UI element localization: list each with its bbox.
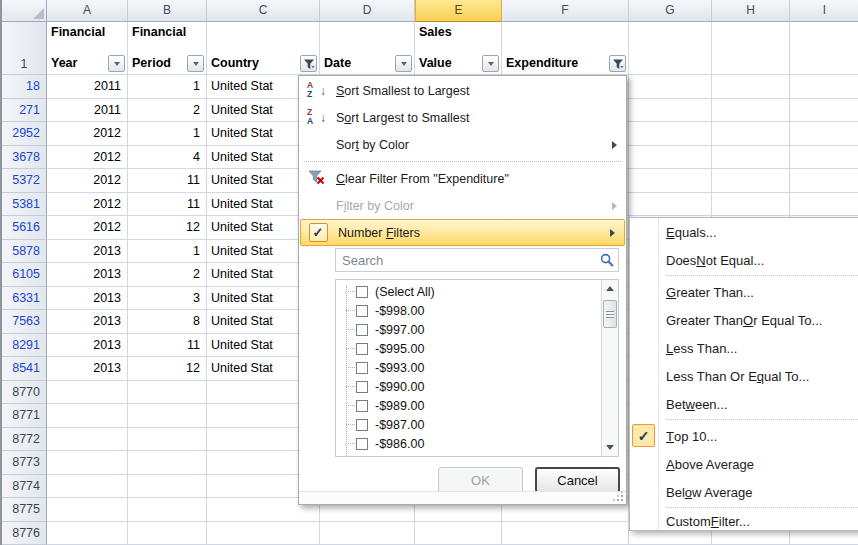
- column-header-E[interactable]: E: [415, 0, 502, 22]
- cell-G271[interactable]: [629, 99, 712, 123]
- value-item[interactable]: -$993.00: [336, 358, 600, 377]
- cell-B8774[interactable]: [128, 475, 207, 499]
- cell-B271[interactable]: 2: [128, 99, 207, 123]
- resize-grip-icon[interactable]: [611, 489, 623, 501]
- filter-button-C[interactable]: [300, 55, 317, 72]
- cell-G5372[interactable]: [629, 169, 712, 193]
- cell-A5616[interactable]: 2012: [47, 216, 128, 240]
- filter-button-D[interactable]: [395, 55, 412, 72]
- column-header-I[interactable]: I: [790, 0, 858, 22]
- cell-B5381[interactable]: 11: [128, 193, 207, 217]
- row-header-8771[interactable]: 8771: [2, 404, 47, 428]
- column-header-F[interactable]: F: [502, 0, 629, 22]
- cell-A3678[interactable]: 2012: [47, 146, 128, 170]
- row-header-8291[interactable]: 8291: [2, 334, 47, 358]
- cell-A7563[interactable]: 2013: [47, 310, 128, 334]
- cell-B5616[interactable]: 12: [128, 216, 207, 240]
- cell-H3678[interactable]: [712, 146, 790, 170]
- header-cell-B[interactable]: FinancialPeriod: [128, 22, 207, 75]
- cell-H5381[interactable]: [712, 193, 790, 217]
- cell-I5381[interactable]: [790, 193, 858, 217]
- row-header-5616[interactable]: 5616: [2, 216, 47, 240]
- row-header-2952[interactable]: 2952: [2, 122, 47, 146]
- cell-D8776[interactable]: [320, 522, 415, 545]
- cell-A5878[interactable]: 2013: [47, 240, 128, 264]
- row-header-6331[interactable]: 6331: [2, 287, 47, 311]
- column-header-G[interactable]: G: [629, 0, 712, 22]
- row-header-5372[interactable]: 5372: [2, 169, 47, 193]
- cell-A8771[interactable]: [47, 404, 128, 428]
- checkbox-unchecked[interactable]: [356, 343, 368, 355]
- cell-A8775[interactable]: [47, 498, 128, 522]
- value-item[interactable]: -$987.00: [336, 415, 600, 434]
- column-header-B[interactable]: B: [128, 0, 207, 22]
- cell-B8775[interactable]: [128, 498, 207, 522]
- cell-F8776[interactable]: [502, 522, 629, 545]
- checkbox-unchecked[interactable]: [356, 286, 368, 298]
- cell-I5372[interactable]: [790, 169, 858, 193]
- row-header-1[interactable]: 1: [2, 22, 47, 75]
- submenu-item-less-than-or-equal-to[interactable]: Less Than Or Equal To...: [630, 362, 858, 390]
- value-item[interactable]: -$998.00: [336, 301, 600, 320]
- cell-B3678[interactable]: 4: [128, 146, 207, 170]
- filter-button-A[interactable]: [108, 55, 125, 72]
- cell-B8541[interactable]: 12: [128, 357, 207, 381]
- value-item[interactable]: -$986.00: [336, 434, 600, 453]
- select-all-corner[interactable]: [2, 0, 47, 22]
- value-item-partial[interactable]: [336, 453, 600, 457]
- value-item[interactable]: (Select All): [336, 282, 600, 301]
- header-cell-D[interactable]: Date: [320, 22, 415, 75]
- row-header-8774[interactable]: 8774: [2, 475, 47, 499]
- cell-B8776[interactable]: [128, 522, 207, 545]
- row-header-7563[interactable]: 7563: [2, 310, 47, 334]
- cell-A18[interactable]: 2011: [47, 75, 128, 99]
- scrollbar-thumb[interactable]: [603, 300, 617, 328]
- row-header-8773[interactable]: 8773: [2, 451, 47, 475]
- cell-A8772[interactable]: [47, 428, 128, 452]
- cell-B6331[interactable]: 3: [128, 287, 207, 311]
- value-item[interactable]: -$995.00: [336, 339, 600, 358]
- header-cell-E[interactable]: SalesValue: [415, 22, 502, 75]
- filter-button-F[interactable]: [609, 55, 626, 72]
- cell-B18[interactable]: 1: [128, 75, 207, 99]
- menu-item-sort-by-color[interactable]: Sort by Color: [299, 131, 626, 158]
- checkbox-unchecked[interactable]: [356, 400, 368, 412]
- row-header-8775[interactable]: 8775: [2, 498, 47, 522]
- submenu-item-below-average[interactable]: Below Average: [630, 478, 858, 506]
- menu-item-clear-filter-from-expenditure[interactable]: Clear Filter From "Expenditure": [299, 165, 626, 192]
- cell-H2952[interactable]: [712, 122, 790, 146]
- row-header-3678[interactable]: 3678: [2, 146, 47, 170]
- cell-G3678[interactable]: [629, 146, 712, 170]
- cell-E8776[interactable]: [415, 522, 502, 545]
- checkbox-unchecked[interactable]: [356, 324, 368, 336]
- cell-A8776[interactable]: [47, 522, 128, 545]
- column-header-C[interactable]: C: [207, 0, 320, 22]
- header-cell-G[interactable]: [629, 22, 712, 75]
- row-header-5381[interactable]: 5381: [2, 193, 47, 217]
- header-cell-F[interactable]: Expenditure: [502, 22, 629, 75]
- cell-B5878[interactable]: 1: [128, 240, 207, 264]
- checkbox-unchecked[interactable]: [356, 438, 368, 450]
- header-cell-A[interactable]: FinancialYear: [47, 22, 128, 75]
- value-item[interactable]: -$990.00: [336, 377, 600, 396]
- cell-B6105[interactable]: 2: [128, 263, 207, 287]
- cell-H18[interactable]: [712, 75, 790, 99]
- column-header-D[interactable]: D: [320, 0, 415, 22]
- row-header-6105[interactable]: 6105: [2, 263, 47, 287]
- cell-H5372[interactable]: [712, 169, 790, 193]
- row-header-271[interactable]: 271: [2, 99, 47, 123]
- filter-button-E[interactable]: [482, 55, 499, 72]
- cell-A6105[interactable]: 2013: [47, 263, 128, 287]
- row-header-8772[interactable]: 8772: [2, 428, 47, 452]
- menu-item-filter-by-color[interactable]: Filter by Color: [299, 192, 626, 219]
- cell-H271[interactable]: [712, 99, 790, 123]
- submenu-item-greater-than[interactable]: Greater Than...: [630, 278, 858, 306]
- row-header-8770[interactable]: 8770: [2, 381, 47, 405]
- cell-B8772[interactable]: [128, 428, 207, 452]
- submenu-item-less-than[interactable]: Less Than...: [630, 334, 858, 362]
- checkbox-unchecked[interactable]: [356, 381, 368, 393]
- column-header-H[interactable]: H: [712, 0, 790, 22]
- submenu-item-greater-than-or-equal-to[interactable]: Greater Than Or Equal To...: [630, 306, 858, 334]
- search-input[interactable]: [335, 248, 619, 272]
- cell-A8774[interactable]: [47, 475, 128, 499]
